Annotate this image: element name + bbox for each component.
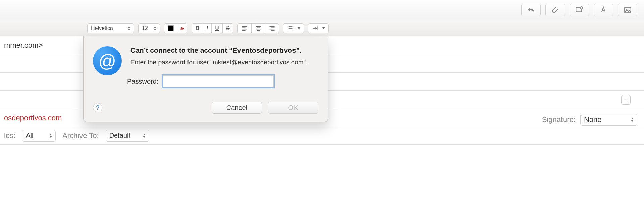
attach-button[interactable] — [545, 4, 565, 16]
indent-dropdown[interactable] — [308, 23, 329, 33]
signature-dropdown[interactable]: None — [580, 114, 637, 126]
photo-add-icon — [575, 6, 584, 14]
paperclip-icon — [551, 6, 559, 14]
signature-value: None — [584, 115, 602, 124]
text-color-button[interactable] — [164, 23, 177, 33]
color-swatch-icon — [168, 25, 174, 31]
format-toolbar: Helvetica 12 a B I U S — [0, 20, 644, 36]
archive-dropdown[interactable]: Default — [106, 130, 149, 142]
reply-icon — [527, 6, 535, 14]
clear-style-button[interactable]: a — [177, 23, 187, 33]
archive-value: Default — [109, 132, 130, 139]
align-right-icon — [269, 25, 275, 32]
rules-value: All — [26, 132, 33, 139]
options-row: les: All Archive To: Default — [0, 127, 644, 145]
align-center-button[interactable] — [252, 23, 265, 33]
rules-label: les: — [4, 131, 15, 140]
font-family-dropdown[interactable]: Helvetica — [87, 23, 134, 33]
align-left-icon — [241, 25, 248, 32]
cancel-label: Cancel — [226, 104, 247, 112]
insert-image-button[interactable] — [618, 4, 637, 16]
add-field-button[interactable]: + — [621, 95, 631, 105]
stepper-icon — [49, 134, 52, 138]
mail-account-icon: @ — [93, 46, 122, 75]
password-label: Password: — [127, 78, 158, 85]
format-button[interactable] — [594, 4, 613, 16]
dialog-subtitle: Enter the password for user “mktest@even… — [130, 58, 318, 66]
dialog-title: Can’t connect to the account “Eventosdep… — [130, 46, 318, 54]
ok-button[interactable]: OK — [268, 102, 318, 114]
rules-dropdown[interactable]: All — [22, 130, 56, 142]
stepper-icon — [143, 134, 146, 138]
list-dropdown[interactable] — [283, 23, 304, 33]
bold-button[interactable]: B — [192, 23, 203, 33]
to-value-fragment: mmer.com> — [4, 41, 43, 50]
image-icon — [623, 6, 632, 14]
svg-point-6 — [288, 29, 289, 30]
reply-button[interactable] — [521, 4, 541, 16]
svg-point-5 — [288, 28, 289, 29]
password-dialog: @ Can’t connect to the account “Eventosd… — [83, 36, 328, 122]
clear-style-icon: a — [181, 25, 184, 32]
chevron-down-icon — [298, 27, 300, 29]
archive-label: Archive To: — [62, 131, 99, 140]
font-size-value: 12 — [142, 25, 148, 31]
strikethrough-button[interactable]: S — [223, 23, 233, 33]
password-input[interactable] — [163, 75, 274, 87]
font-family-value: Helvetica — [91, 25, 113, 31]
media-button[interactable] — [570, 4, 589, 16]
align-center-icon — [255, 25, 262, 32]
chevron-down-icon — [322, 27, 325, 29]
signature-block: Signature: None — [542, 114, 637, 126]
indent-icon — [312, 25, 318, 32]
bullet-list-icon — [287, 25, 293, 32]
window-titlebar — [0, 0, 644, 20]
help-icon: ? — [96, 104, 99, 111]
cancel-button[interactable]: Cancel — [212, 102, 262, 114]
italic-button[interactable]: I — [203, 23, 212, 33]
signature-label: Signature: — [542, 115, 576, 124]
from-value-fragment: osdeportivos.com — [4, 114, 62, 122]
stepper-icon — [128, 26, 130, 30]
underline-button[interactable]: U — [212, 23, 223, 33]
svg-point-4 — [288, 26, 289, 27]
ok-label: OK — [288, 104, 298, 112]
help-button[interactable]: ? — [93, 103, 102, 112]
align-left-button[interactable] — [237, 23, 252, 33]
align-right-button[interactable] — [265, 23, 279, 33]
format-text-icon — [599, 6, 608, 14]
stepper-icon — [631, 118, 634, 122]
font-size-dropdown[interactable]: 12 — [138, 23, 160, 33]
stepper-icon — [154, 26, 156, 30]
